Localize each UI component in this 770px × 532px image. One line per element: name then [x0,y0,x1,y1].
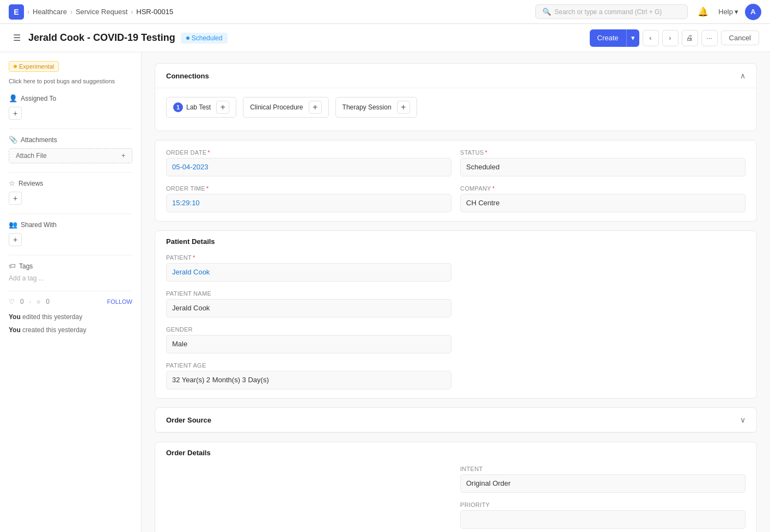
add-review-button[interactable]: + [9,192,22,205]
clinical-procedure-tab[interactable]: Clinical Procedure + [243,97,328,118]
company-group: Company* CH Centre [460,185,745,212]
search-bar[interactable]: 🔍 Search or type a command (Ctrl + G) [535,4,688,19]
top-nav-right: 🔍 Search or type a command (Ctrl + G) 🔔 … [535,3,761,21]
sidebar: Experimental Click here to post bugs and… [0,52,142,532]
divider-2 [9,172,132,173]
help-button[interactable]: Help ▾ [718,8,738,16]
app-logo: E [9,4,24,20]
likes-count: 0 [20,298,24,305]
activity-2: You created this yesterday [9,325,132,335]
create-button-label: Create [590,34,626,42]
status-badge: Scheduled [181,33,228,44]
status-field-label: Status* [460,149,745,156]
assigned-to-label: Assigned To [21,95,56,102]
shared-with-label: Shared With [21,221,57,229]
tag-input[interactable]: Add a tag ... [9,274,132,282]
status-dot [186,36,190,40]
patient-label: Patient* [166,254,451,261]
order-time-value: 15:29:10 [166,194,451,212]
lab-test-tab[interactable]: 1 Lab Test + [166,97,236,118]
next-record-button[interactable]: › [662,30,679,46]
experimental-label: Experimental [19,63,54,70]
gender-group: Gender Male [166,326,451,353]
activity-1: You edited this yesterday [9,312,132,322]
add-lab-test-button[interactable]: + [216,101,229,114]
hamburger-button[interactable]: ☰ [11,30,23,45]
company-label: Company* [460,185,745,192]
add-therapy-session-button[interactable]: + [397,101,410,114]
assigned-to-section: 👤 Assigned To + [9,94,132,120]
patient-age-group: Patient Age 32 Year(s) 2 Month(s) 3 Day(… [166,362,451,389]
intent-group: Intent Original Order [460,466,745,493]
heart-icon: ♡ [9,298,15,305]
create-dropdown-arrow[interactable]: ▾ [627,34,639,42]
company-value: CH Centre [460,194,745,212]
order-details-section: Order Details Intent Original Order Prio… [155,442,757,532]
person-icon: 👤 [9,94,17,102]
search-icon: 🔍 [542,8,551,16]
add-assigned-to-button[interactable]: + [9,107,22,120]
prev-record-button[interactable]: ‹ [643,30,659,46]
order-source-collapse-icon[interactable]: ∨ [740,415,745,424]
connections-body: 1 Lab Test + Clinical Procedure + Therap… [155,88,756,131]
order-source-header: Order Source ∨ [155,408,756,432]
comments-count: 0 [46,298,50,305]
therapy-session-tab[interactable]: Therapy Session + [335,97,417,118]
group-icon: 👥 [9,221,17,229]
more-options-button[interactable]: ··· [701,30,718,46]
connections-collapse-icon[interactable]: ∧ [740,71,745,80]
breadcrumb-sep-3: › [131,8,133,16]
follow-button[interactable]: FOLLOW [107,298,132,305]
content-area: Connections ∧ 1 Lab Test + Clinical Proc… [142,52,770,532]
paperclip-icon: 📎 [9,136,17,144]
order-details-body: Intent Original Order Priority [155,457,756,532]
order-time-label: Order Time* [166,185,451,192]
patient-details-title: Patient Details [155,231,756,246]
shared-with-header: 👥 Shared With [9,221,132,229]
breadcrumb-sep-1: › [27,8,29,16]
patient-age-label: Patient Age [166,362,451,369]
order-date-value: 05-04-2023 [166,158,451,176]
order-source-section: Order Source ∨ [155,407,757,433]
lab-test-badge: 1 [173,102,183,112]
star-icon: ☆ [9,179,15,187]
print-button[interactable]: 🖨 [682,30,698,46]
shared-with-section: 👥 Shared With + [9,221,132,246]
page-header: ☰ Jerald Cook - COVID-19 Testing Schedul… [0,24,770,52]
attach-file-button[interactable]: Attach File + [9,148,132,163]
order-time-group: Order Time* 15:29:10 [166,185,451,212]
patient-details-body: Patient* Jerald Cook Patient Name Jerald… [155,246,756,398]
attachments-header: 📎 Attachments [9,136,132,144]
attachments-section: 📎 Attachments Attach File + [9,136,132,163]
reviews-header: ☆ Reviews [9,179,132,187]
notifications-button[interactable]: 🔔 [694,3,712,21]
search-placeholder: Search or type a command (Ctrl + G) [554,8,662,16]
patient-form-grid: Patient* Jerald Cook Patient Name Jerald… [166,254,745,389]
patient-value: Jerald Cook [166,263,451,282]
order-source-title: Order Source [166,416,211,424]
breadcrumb-service-request[interactable]: Service Request [76,8,127,16]
reviews-section: ☆ Reviews + [9,179,132,205]
create-button[interactable]: Create ▾ [590,29,639,47]
bug-link[interactable]: Click here to post bugs and suggestions [9,77,132,85]
connections-header: Connections ∧ [155,64,756,88]
breadcrumb-current: HSR-00015 [136,8,173,16]
assigned-to-header: 👤 Assigned To [9,94,132,102]
page-header-right: Create ▾ ‹ › 🖨 ··· Cancel [590,29,760,47]
breadcrumb-healthcare[interactable]: Healthcare [33,8,67,16]
cancel-button[interactable]: Cancel [721,30,759,45]
connections-section: Connections ∧ 1 Lab Test + Clinical Proc… [155,63,757,131]
experimental-dot [14,65,17,68]
order-details-title: Order Details [155,442,756,457]
like-bar: ♡ 0 · ○ 0 FOLLOW [9,298,132,305]
gender-value: Male [166,335,451,353]
priority-label: Priority [460,502,745,508]
add-shared-with-button[interactable]: + [9,233,22,246]
status-field-value: Scheduled [460,158,745,176]
page-header-left: ☰ Jerald Cook - COVID-19 Testing Schedul… [11,30,228,45]
add-clinical-procedure-button[interactable]: + [309,101,322,114]
divider-5 [9,291,132,291]
patient-details-section: Patient Details Patient* Jerald Cook Pat… [155,230,757,399]
main-layout: Experimental Click here to post bugs and… [0,52,770,532]
tags-header: 🏷 Tags [9,262,132,270]
